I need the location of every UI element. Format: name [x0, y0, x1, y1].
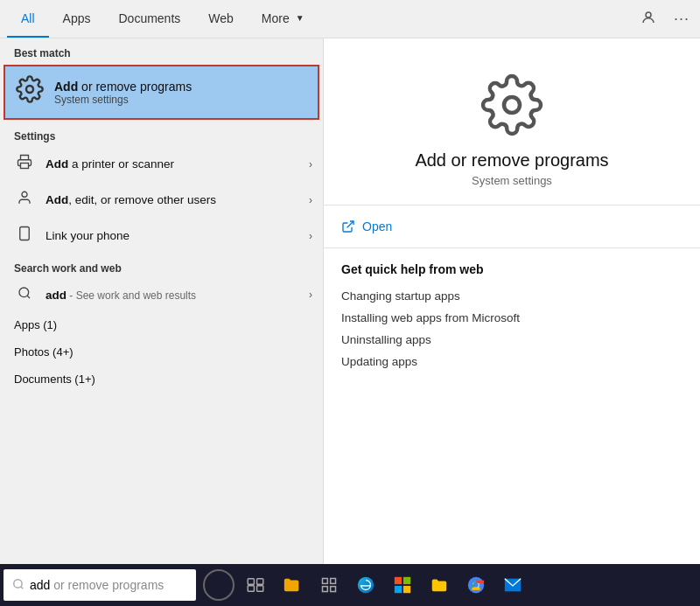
right-title: Add or remove programs	[415, 150, 608, 171]
svg-line-11	[21, 586, 24, 589]
cortana-circle	[203, 569, 234, 601]
best-match-subtitle: System settings	[54, 94, 192, 106]
search-web-label: Search work and web	[0, 254, 323, 278]
store-button[interactable]	[385, 568, 420, 603]
folder-button[interactable]	[422, 568, 457, 603]
left-panel: Best match Add or remove programs System…	[0, 38, 324, 564]
taskbar-search-icon	[12, 578, 24, 593]
svg-rect-16	[323, 579, 328, 584]
svg-point-0	[646, 12, 651, 17]
help-link-1[interactable]: Changing startup apps	[341, 285, 682, 307]
svg-rect-15	[257, 586, 263, 591]
phone-item-text: Link your phone	[46, 229, 309, 242]
nav-tabs: All Apps Documents Web More ▼	[7, 0, 318, 38]
right-subtitle: System settings	[472, 174, 552, 187]
svg-rect-23	[395, 586, 402, 593]
chevron-right-icon3: ›	[309, 230, 312, 242]
help-title: Get quick help from web	[341, 262, 682, 276]
best-match-item[interactable]: Add or remove programs System settings	[4, 65, 319, 120]
best-match-label: Best match	[0, 38, 323, 63]
users-icon	[14, 190, 35, 210]
chevron-down-icon: ▼	[296, 13, 304, 23]
right-panel: Add or remove programs System settings O…	[324, 38, 700, 564]
svg-line-7	[27, 296, 30, 298]
svg-line-9	[347, 221, 354, 227]
tab-web[interactable]: Web	[194, 0, 248, 38]
help-link-3[interactable]: Uninstalling apps	[341, 329, 682, 351]
taskbar-search-text: add or remove programs	[30, 578, 187, 592]
taskbar-search-box[interactable]: add or remove programs	[4, 569, 196, 601]
taskbar: add or remove programs	[0, 564, 700, 606]
cortana-button[interactable]	[201, 568, 236, 603]
search-web-text: add - See work and web results	[46, 289, 309, 302]
chevron-right-icon2: ›	[309, 194, 312, 206]
search-typed-text: add	[30, 578, 50, 592]
task-view-button[interactable]	[238, 568, 273, 603]
svg-point-27	[473, 582, 479, 588]
list-item-printer[interactable]: Add a printer or scanner ›	[0, 146, 323, 182]
search-web-item[interactable]: add - See work and web results ›	[0, 278, 323, 311]
category-apps[interactable]: Apps (1)	[0, 311, 323, 338]
best-match-text: Add or remove programs System settings	[54, 80, 192, 106]
tab-apps[interactable]: Apps	[49, 0, 105, 38]
nav-right-icons: ···	[637, 6, 693, 32]
right-help: Get quick help from web Changing startup…	[324, 248, 700, 387]
help-link-4[interactable]: Updating apps	[341, 351, 682, 373]
right-top: Add or remove programs System settings	[324, 38, 700, 205]
printer-icon	[14, 154, 35, 174]
list-item-users[interactable]: Add, edit, or remove other users ›	[0, 182, 323, 218]
svg-rect-2	[21, 164, 29, 169]
chevron-right-icon: ›	[309, 158, 312, 171]
svg-rect-4	[20, 227, 30, 240]
svg-rect-12	[248, 579, 254, 584]
edge-button[interactable]	[348, 568, 383, 603]
file-explorer-button[interactable]	[275, 568, 310, 603]
open-icon	[341, 219, 355, 233]
svg-point-1	[26, 86, 33, 93]
search-placeholder-text: or remove programs	[50, 578, 164, 592]
svg-rect-22	[403, 577, 410, 584]
tab-more[interactable]: More ▼	[248, 0, 318, 38]
taskbar-app1-button[interactable]	[312, 568, 346, 603]
svg-point-10	[14, 579, 22, 587]
svg-point-6	[19, 288, 29, 297]
svg-point-8	[504, 97, 520, 113]
svg-point-20	[358, 577, 374, 593]
person-icon[interactable]	[637, 6, 660, 32]
search-icon	[14, 286, 35, 303]
more-options-icon[interactable]: ···	[670, 6, 693, 31]
svg-rect-21	[395, 577, 402, 584]
users-item-text: Add, edit, or remove other users	[46, 193, 309, 206]
phone-icon	[14, 226, 35, 246]
list-item-phone[interactable]: Link your phone ›	[0, 218, 323, 254]
svg-rect-24	[403, 586, 410, 593]
best-match-title: Add or remove programs	[54, 80, 192, 94]
settings-label: Settings	[0, 122, 323, 146]
svg-rect-17	[331, 579, 336, 584]
svg-rect-14	[248, 586, 254, 591]
large-gear-icon	[480, 73, 543, 136]
tab-documents[interactable]: Documents	[104, 0, 194, 38]
svg-rect-13	[257, 579, 263, 584]
svg-point-3	[22, 192, 27, 197]
gear-icon	[16, 75, 44, 109]
right-actions: Open	[324, 205, 700, 248]
svg-rect-19	[323, 587, 328, 592]
main-content: Best match Add or remove programs System…	[0, 38, 700, 564]
chrome-button[interactable]	[458, 568, 494, 603]
category-photos[interactable]: Photos (4+)	[0, 338, 323, 366]
category-documents[interactable]: Documents (1+)	[0, 366, 323, 393]
svg-rect-18	[331, 587, 336, 592]
chevron-right-icon4: ›	[309, 289, 312, 301]
open-button[interactable]: Open	[341, 216, 682, 237]
mail-button[interactable]	[495, 568, 530, 603]
tab-all[interactable]: All	[7, 0, 49, 38]
open-label: Open	[362, 219, 392, 233]
top-navigation: All Apps Documents Web More ▼ ···	[0, 0, 700, 38]
help-link-2[interactable]: Installing web apps from Microsoft	[341, 307, 682, 329]
printer-item-text: Add a printer or scanner	[46, 157, 309, 171]
